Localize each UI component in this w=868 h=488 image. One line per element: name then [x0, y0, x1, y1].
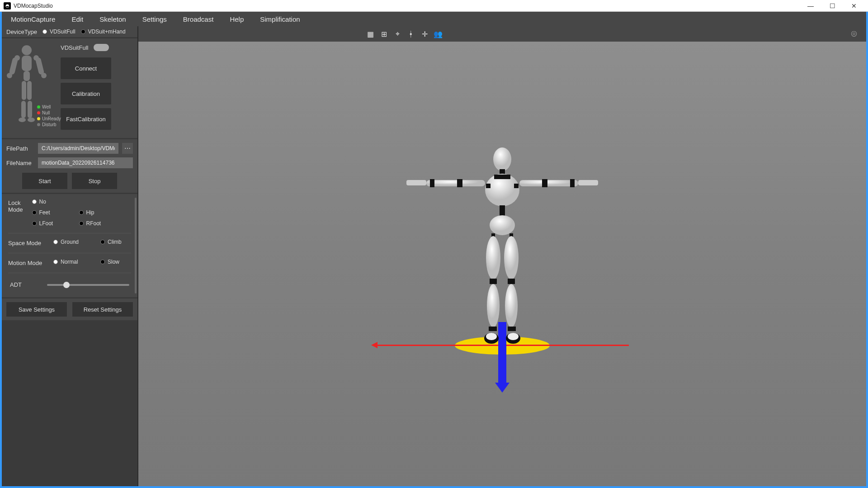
svg-rect-36 [508, 279, 515, 284]
minimize-button[interactable]: — [800, 0, 821, 12]
svg-rect-25 [457, 179, 462, 187]
viewport-toolbar: ▦ ⊞ ⌖ ⍿ ✛ 👥 ◎ [138, 26, 866, 42]
radio-lock-rfoot[interactable]: RFoot [79, 220, 108, 227]
svg-rect-6 [35, 57, 45, 75]
connect-button[interactable]: Connect [61, 57, 111, 79]
viewport-3d[interactable] [138, 42, 866, 486]
dot-icon [37, 105, 40, 109]
person-icon[interactable]: ⍿ [406, 29, 416, 39]
fastcalibration-button[interactable]: FastCalibration [61, 108, 111, 130]
radio-lock-feet[interactable]: Feet [32, 209, 61, 216]
svg-rect-35 [490, 279, 497, 284]
modes-panel: Lock Mode No Feet Hip LFoot RFoot Space … [2, 194, 137, 297]
svg-rect-5 [9, 57, 19, 75]
start-button[interactable]: Start [22, 173, 67, 189]
apps-icon[interactable]: ⊞ [379, 29, 389, 39]
radio-dot-icon [32, 199, 37, 204]
svg-point-38 [505, 284, 518, 327]
camera-icon[interactable]: ⌖ [392, 29, 402, 39]
filepath-input[interactable] [38, 143, 118, 154]
menu-simplification[interactable]: Simplification [252, 12, 308, 26]
menu-skeleton[interactable]: Skeleton [91, 12, 134, 26]
svg-rect-1 [22, 56, 32, 71]
body-figure: Well Null UnReady Disturb [6, 44, 47, 123]
svg-rect-29 [406, 180, 426, 185]
radio-vdsuitmhand[interactable]: VDSuit+mHand [81, 28, 126, 35]
svg-point-34 [504, 236, 519, 280]
svg-rect-23 [426, 180, 485, 186]
radio-motion-normal[interactable]: Normal [53, 259, 82, 265]
save-settings-button[interactable]: Save Settings [6, 302, 67, 317]
mannequin [403, 145, 602, 353]
calibration-button[interactable]: Calibration [61, 83, 111, 104]
browse-button[interactable]: ⋯ [122, 143, 133, 154]
x-axis-arrow-icon [371, 342, 377, 348]
spacemode-label: Space Mode [8, 239, 44, 246]
sidebar: DeviceType VDSuitFull VDSuit+mHand [2, 26, 138, 486]
menu-edit[interactable]: Edit [63, 12, 91, 26]
svg-point-0 [22, 45, 32, 55]
menubar: MotionCapture Edit Skeleton Settings Bro… [2, 12, 866, 26]
svg-rect-2 [24, 71, 30, 81]
menu-motioncapture[interactable]: MotionCapture [3, 12, 63, 26]
svg-point-44 [508, 333, 519, 340]
svg-rect-40 [508, 327, 516, 331]
stop-button[interactable]: Stop [72, 173, 117, 189]
slider-thumb-icon[interactable] [63, 282, 70, 288]
viewport: ▦ ⊞ ⌖ ⍿ ✛ 👥 ◎ [138, 26, 866, 486]
svg-rect-28 [570, 179, 575, 187]
lockmode-label: Lock Mode [8, 199, 23, 213]
radio-vdsuitfull[interactable]: VDSuitFull [42, 28, 75, 35]
radio-space-climb[interactable]: Climb [100, 239, 129, 245]
svg-point-8 [41, 73, 47, 78]
close-button[interactable]: ✕ [844, 0, 864, 12]
status-legend: Well Null UnReady Disturb [37, 104, 61, 128]
radio-lock-no[interactable]: No [32, 199, 61, 205]
svg-point-33 [486, 236, 500, 280]
reset-settings-button[interactable]: Reset Settings [72, 302, 133, 317]
adt-slider[interactable] [47, 284, 129, 286]
dot-icon [37, 117, 40, 120]
scrollbar[interactable] [135, 198, 137, 294]
svg-point-15 [493, 147, 511, 171]
file-panel: FilePath ⋯ FileName Start Stop [2, 139, 137, 193]
z-axis-arrow-icon [495, 383, 509, 393]
menu-settings[interactable]: Settings [134, 12, 175, 26]
grid-icon[interactable]: ▦ [365, 29, 375, 39]
target-icon[interactable]: ✛ [420, 29, 429, 39]
adt-label: ADT [10, 281, 41, 288]
radio-dot-icon [53, 240, 58, 244]
people-icon[interactable]: 👥 [433, 29, 443, 39]
filename-label: FileName [6, 160, 34, 166]
menu-help[interactable]: Help [222, 12, 252, 26]
radio-space-ground[interactable]: Ground [53, 239, 82, 245]
dot-icon [37, 123, 40, 126]
radio-dot-icon [81, 29, 85, 34]
maximize-button[interactable]: ☐ [822, 0, 843, 12]
svg-point-22 [490, 215, 515, 235]
radio-dot-icon [79, 210, 84, 215]
app-title: VDMocapStudio [14, 3, 800, 9]
app-icon: ◓ [4, 2, 11, 9]
radio-motion-slow[interactable]: Slow [100, 259, 129, 265]
suit-label: VDSuitFull [61, 44, 88, 51]
radio-lock-hip[interactable]: Hip [79, 209, 108, 216]
svg-rect-30 [578, 180, 598, 185]
svg-rect-27 [430, 179, 434, 187]
menu-broadcast[interactable]: Broadcast [175, 12, 222, 26]
broadcast-icon[interactable]: ◎ [851, 29, 861, 39]
motionmode-label: Motion Mode [8, 259, 44, 266]
svg-point-14 [28, 118, 35, 122]
suit-toggle[interactable] [94, 44, 109, 51]
device-type-panel: DeviceType VDSuitFull VDSuit+mHand [2, 26, 137, 37]
filename-input[interactable] [38, 157, 133, 168]
filepath-label: FilePath [6, 145, 34, 152]
svg-rect-19 [486, 184, 491, 188]
svg-rect-26 [542, 179, 547, 187]
radio-dot-icon [32, 210, 37, 215]
device-type-label: DeviceType [6, 28, 37, 35]
radio-dot-icon [53, 260, 58, 264]
radio-dot-icon [42, 29, 47, 34]
svg-rect-24 [519, 180, 578, 186]
radio-lock-lfoot[interactable]: LFoot [32, 220, 61, 227]
